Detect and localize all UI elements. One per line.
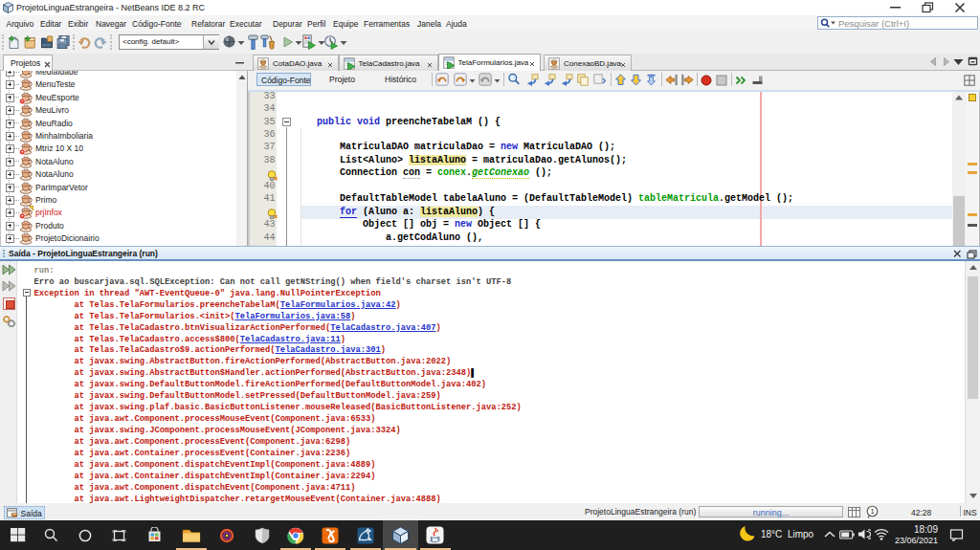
svg-text:1: 1 <box>870 507 874 516</box>
